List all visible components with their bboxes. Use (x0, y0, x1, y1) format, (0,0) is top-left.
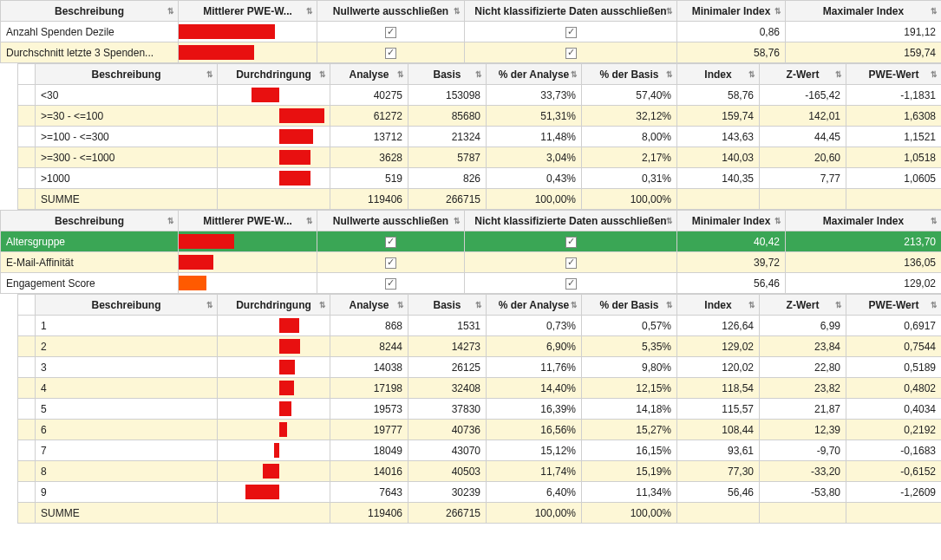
table-row[interactable]: E-Mail-Affinität39,72136,05 (1, 252, 942, 273)
expand-cell[interactable] (18, 106, 36, 127)
table-row[interactable]: 6197774073616,56%15,27%108,4412,390,2192 (18, 420, 942, 440)
table-row[interactable]: >=30 - <=100612728568051,31%32,12%159,74… (18, 106, 942, 127)
col-min-index[interactable]: Minimaler Index⇅ (677, 1, 786, 22)
table-row[interactable]: 3140382612511,76%9,80%120,0222,800,5189 (18, 357, 942, 378)
checkbox-icon[interactable] (385, 27, 396, 38)
expand-column (18, 64, 36, 85)
table-row[interactable]: Anzahl Spenden Dezile0,86191,12 (1, 22, 942, 42)
expand-cell[interactable] (18, 127, 36, 147)
table-row[interactable]: >=300 - <=1000362857873,04%2,17%140,0320… (18, 147, 942, 168)
expand-cell[interactable] (18, 399, 36, 420)
table-row[interactable]: 28244142736,90%5,35%129,0223,840,7544 (18, 336, 942, 357)
col-pct-basis[interactable]: % der Basis⇅ (582, 64, 677, 85)
expand-cell[interactable] (18, 440, 36, 461)
table-row[interactable]: 8140164050311,74%15,19%77,30-33,20-0,615… (18, 461, 942, 482)
table-row[interactable]: >=100 - <=300137122132411,48%8,00%143,63… (18, 127, 942, 147)
expand-cell[interactable] (18, 168, 36, 189)
detail-grid-1[interactable]: Beschreibung⇅ Durchdringung⇅ Analyse⇅ Ba… (17, 63, 941, 210)
checkbox-icon[interactable] (565, 278, 577, 290)
cell-pct-analyse: 11,48% (487, 127, 582, 147)
expand-cell[interactable] (18, 85, 36, 106)
checkbox-icon[interactable] (385, 257, 396, 269)
checkbox-icon[interactable] (565, 27, 577, 38)
table-row[interactable]: SUMME119406266715100,00%100,00% (18, 189, 942, 210)
col-basis[interactable]: Basis⇅ (408, 295, 487, 316)
cell-nicht-klass[interactable] (465, 273, 677, 294)
col-beschreibung[interactable]: Beschreibung⇅ (36, 295, 218, 316)
cell-nullwerte[interactable] (317, 273, 465, 294)
col-durchdringung[interactable]: Durchdringung⇅ (218, 295, 330, 316)
cell-zwert: 12,39 (760, 420, 846, 440)
table-row[interactable]: SUMME119406266715100,00%100,00% (18, 503, 942, 524)
col-nullwerte[interactable]: Nullwerte ausschließen⇅ (317, 211, 465, 231)
expand-cell[interactable] (18, 357, 36, 378)
detail-grid-2[interactable]: Beschreibung⇅ Durchdringung⇅ Analyse⇅ Ba… (17, 294, 941, 524)
master-grid-2[interactable]: Beschreibung⇅ Mittlerer PWE-W...⇅ Nullwe… (0, 210, 941, 294)
table-row[interactable]: 5195733783016,39%14,18%115,5721,870,4034 (18, 399, 942, 420)
expand-cell[interactable] (18, 461, 36, 482)
table-row[interactable]: Durchschnitt letzte 3 Spenden...58,76159… (1, 42, 942, 63)
col-pct-analyse[interactable]: % der Analyse⇅ (487, 295, 582, 316)
col-nicht-klassifiziert[interactable]: Nicht klassifizierte Daten ausschließen⇅ (465, 1, 677, 22)
col-analyse[interactable]: Analyse⇅ (330, 64, 408, 85)
col-max-index[interactable]: Maximaler Index⇅ (786, 211, 942, 231)
col-zwert[interactable]: Z-Wert⇅ (760, 295, 846, 316)
expand-cell[interactable] (18, 482, 36, 503)
col-analyse[interactable]: Analyse⇅ (330, 295, 408, 316)
table-row[interactable]: 7180494307015,12%16,15%93,61-9,70-0,1683 (18, 440, 942, 461)
cell-nicht-klass[interactable] (465, 42, 677, 63)
expand-cell[interactable] (18, 316, 36, 336)
col-pwe-wert[interactable]: PWE-Wert⇅ (846, 64, 942, 85)
cell-nicht-klass[interactable] (465, 22, 677, 42)
table-row[interactable]: <304027515309833,73%57,40%58,76-165,42-1… (18, 85, 942, 106)
checkbox-icon[interactable] (385, 278, 396, 290)
col-pct-basis[interactable]: % der Basis⇅ (582, 295, 677, 316)
cell-beschreibung: >=30 - <=100 (36, 106, 218, 127)
checkbox-icon[interactable] (565, 237, 577, 248)
cell-pct-analyse: 100,00% (487, 189, 582, 210)
col-mittlerer-pwe[interactable]: Mittlerer PWE-W...⇅ (179, 211, 317, 231)
cell-nullwerte[interactable] (317, 252, 465, 273)
table-row[interactable]: Altersgruppe40,42213,70 (1, 231, 942, 252)
table-row[interactable]: >10005198260,43%0,31%140,357,771,0605 (18, 168, 942, 189)
cell-nullwerte[interactable] (317, 22, 465, 42)
col-nullwerte[interactable]: Nullwerte ausschließen⇅ (317, 1, 465, 22)
col-zwert[interactable]: Z-Wert⇅ (760, 64, 846, 85)
col-pwe-wert[interactable]: PWE-Wert⇅ (846, 295, 942, 316)
expand-cell[interactable] (18, 420, 36, 440)
col-basis[interactable]: Basis⇅ (408, 64, 487, 85)
checkbox-icon[interactable] (385, 237, 396, 248)
cell-nicht-klass[interactable] (465, 231, 677, 252)
cell-nullwerte[interactable] (317, 231, 465, 252)
table-row[interactable]: Engagement Score56,46129,02 (1, 273, 942, 294)
cell-durchdringung-bar (218, 127, 330, 147)
cell-nullwerte[interactable] (317, 42, 465, 63)
table-row[interactable]: 97643302396,40%11,34%56,46-53,80-1,2609 (18, 482, 942, 503)
col-min-index[interactable]: Minimaler Index⇅ (677, 211, 786, 231)
cell-pct-basis: 9,80% (582, 357, 677, 378)
expand-cell[interactable] (18, 189, 36, 210)
col-beschreibung[interactable]: Beschreibung⇅ (1, 211, 179, 231)
checkbox-icon[interactable] (565, 48, 577, 59)
table-row[interactable]: 186815310,73%0,57%126,646,990,6917 (18, 316, 942, 336)
expand-cell[interactable] (18, 503, 36, 524)
col-nicht-klassifiziert[interactable]: Nicht klassifizierte Daten ausschließen⇅ (465, 211, 677, 231)
expand-cell[interactable] (18, 336, 36, 357)
col-index[interactable]: Index⇅ (677, 295, 760, 316)
table-row[interactable]: 4171983240814,40%12,15%118,5423,820,4802 (18, 378, 942, 399)
cell-pct-analyse: 16,56% (487, 420, 582, 440)
col-max-index[interactable]: Maximaler Index⇅ (786, 1, 942, 22)
col-mittlerer-pwe[interactable]: Mittlerer PWE-W...⇅ (179, 1, 317, 22)
expand-cell[interactable] (18, 147, 36, 168)
col-pct-analyse[interactable]: % der Analyse⇅ (487, 64, 582, 85)
col-beschreibung[interactable]: Beschreibung⇅ (36, 64, 218, 85)
col-beschreibung[interactable]: Beschreibung⇅ (1, 1, 179, 22)
col-durchdringung[interactable]: Durchdringung⇅ (218, 64, 330, 85)
expand-cell[interactable] (18, 378, 36, 399)
col-index[interactable]: Index⇅ (677, 64, 760, 85)
cell-pct-analyse: 15,12% (487, 440, 582, 461)
checkbox-icon[interactable] (385, 48, 396, 59)
master-grid-1[interactable]: Beschreibung⇅ Mittlerer PWE-W...⇅ Nullwe… (0, 0, 941, 63)
checkbox-icon[interactable] (565, 257, 577, 269)
cell-nicht-klass[interactable] (465, 252, 677, 273)
